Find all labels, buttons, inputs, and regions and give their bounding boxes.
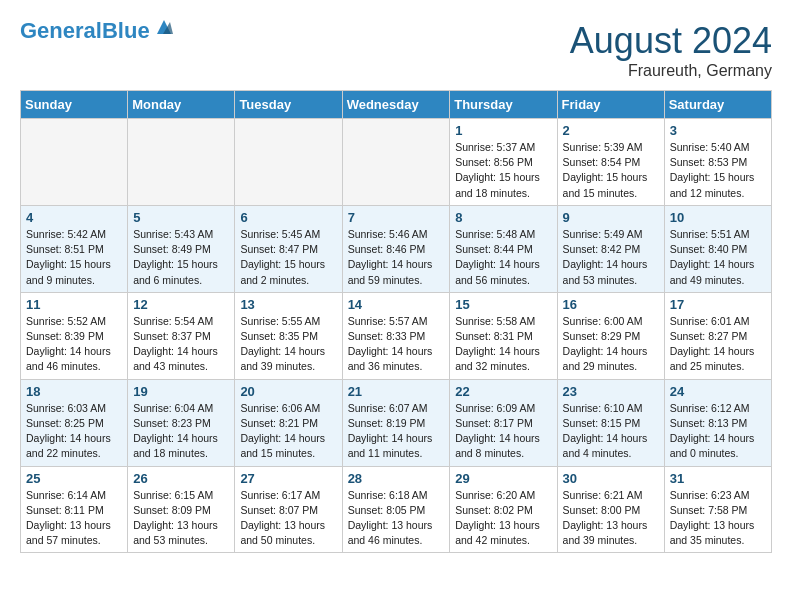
calendar-week-3: 11Sunrise: 5:52 AMSunset: 8:39 PMDayligh… — [21, 292, 772, 379]
day-info: Sunrise: 6:06 AMSunset: 8:21 PMDaylight:… — [240, 401, 336, 462]
day-info: Sunrise: 6:07 AMSunset: 8:19 PMDaylight:… — [348, 401, 445, 462]
calendar-cell — [128, 119, 235, 206]
calendar-cell: 12Sunrise: 5:54 AMSunset: 8:37 PMDayligh… — [128, 292, 235, 379]
day-number: 18 — [26, 384, 122, 399]
weekday-header-saturday: Saturday — [664, 91, 771, 119]
day-info: Sunrise: 5:57 AMSunset: 8:33 PMDaylight:… — [348, 314, 445, 375]
day-info: Sunrise: 6:14 AMSunset: 8:11 PMDaylight:… — [26, 488, 122, 549]
location: Fraureuth, Germany — [570, 62, 772, 80]
day-info: Sunrise: 5:45 AMSunset: 8:47 PMDaylight:… — [240, 227, 336, 288]
day-number: 13 — [240, 297, 336, 312]
day-info: Sunrise: 6:09 AMSunset: 8:17 PMDaylight:… — [455, 401, 551, 462]
calendar-cell: 4Sunrise: 5:42 AMSunset: 8:51 PMDaylight… — [21, 205, 128, 292]
day-number: 4 — [26, 210, 122, 225]
day-number: 7 — [348, 210, 445, 225]
calendar-cell: 3Sunrise: 5:40 AMSunset: 8:53 PMDaylight… — [664, 119, 771, 206]
weekday-header-friday: Friday — [557, 91, 664, 119]
page-header: GeneralBlue August 2024 Fraureuth, Germa… — [20, 20, 772, 80]
day-info: Sunrise: 5:58 AMSunset: 8:31 PMDaylight:… — [455, 314, 551, 375]
day-info: Sunrise: 5:49 AMSunset: 8:42 PMDaylight:… — [563, 227, 659, 288]
calendar-cell: 30Sunrise: 6:21 AMSunset: 8:00 PMDayligh… — [557, 466, 664, 553]
calendar-cell: 6Sunrise: 5:45 AMSunset: 8:47 PMDaylight… — [235, 205, 342, 292]
calendar-cell: 17Sunrise: 6:01 AMSunset: 8:27 PMDayligh… — [664, 292, 771, 379]
day-number: 23 — [563, 384, 659, 399]
calendar-cell: 28Sunrise: 6:18 AMSunset: 8:05 PMDayligh… — [342, 466, 450, 553]
calendar-cell — [21, 119, 128, 206]
calendar-cell: 10Sunrise: 5:51 AMSunset: 8:40 PMDayligh… — [664, 205, 771, 292]
title-block: August 2024 Fraureuth, Germany — [570, 20, 772, 80]
day-number: 28 — [348, 471, 445, 486]
day-info: Sunrise: 6:00 AMSunset: 8:29 PMDaylight:… — [563, 314, 659, 375]
day-info: Sunrise: 5:40 AMSunset: 8:53 PMDaylight:… — [670, 140, 766, 201]
logo: GeneralBlue — [20, 20, 175, 42]
day-info: Sunrise: 5:55 AMSunset: 8:35 PMDaylight:… — [240, 314, 336, 375]
calendar-cell: 18Sunrise: 6:03 AMSunset: 8:25 PMDayligh… — [21, 379, 128, 466]
day-number: 6 — [240, 210, 336, 225]
day-info: Sunrise: 6:12 AMSunset: 8:13 PMDaylight:… — [670, 401, 766, 462]
day-number: 19 — [133, 384, 229, 399]
calendar-cell: 11Sunrise: 5:52 AMSunset: 8:39 PMDayligh… — [21, 292, 128, 379]
day-info: Sunrise: 5:52 AMSunset: 8:39 PMDaylight:… — [26, 314, 122, 375]
calendar-cell: 24Sunrise: 6:12 AMSunset: 8:13 PMDayligh… — [664, 379, 771, 466]
weekday-header-tuesday: Tuesday — [235, 91, 342, 119]
logo-text: GeneralBlue — [20, 20, 150, 42]
day-info: Sunrise: 6:15 AMSunset: 8:09 PMDaylight:… — [133, 488, 229, 549]
day-number: 11 — [26, 297, 122, 312]
calendar-cell: 27Sunrise: 6:17 AMSunset: 8:07 PMDayligh… — [235, 466, 342, 553]
day-info: Sunrise: 5:43 AMSunset: 8:49 PMDaylight:… — [133, 227, 229, 288]
calendar-cell: 20Sunrise: 6:06 AMSunset: 8:21 PMDayligh… — [235, 379, 342, 466]
day-info: Sunrise: 6:21 AMSunset: 8:00 PMDaylight:… — [563, 488, 659, 549]
day-number: 2 — [563, 123, 659, 138]
calendar-cell: 19Sunrise: 6:04 AMSunset: 8:23 PMDayligh… — [128, 379, 235, 466]
calendar-week-4: 18Sunrise: 6:03 AMSunset: 8:25 PMDayligh… — [21, 379, 772, 466]
day-number: 29 — [455, 471, 551, 486]
day-number: 27 — [240, 471, 336, 486]
day-number: 14 — [348, 297, 445, 312]
calendar-cell: 15Sunrise: 5:58 AMSunset: 8:31 PMDayligh… — [450, 292, 557, 379]
calendar-cell: 29Sunrise: 6:20 AMSunset: 8:02 PMDayligh… — [450, 466, 557, 553]
calendar-cell — [342, 119, 450, 206]
calendar-cell: 14Sunrise: 5:57 AMSunset: 8:33 PMDayligh… — [342, 292, 450, 379]
day-info: Sunrise: 6:20 AMSunset: 8:02 PMDaylight:… — [455, 488, 551, 549]
calendar-cell: 9Sunrise: 5:49 AMSunset: 8:42 PMDaylight… — [557, 205, 664, 292]
calendar-week-1: 1Sunrise: 5:37 AMSunset: 8:56 PMDaylight… — [21, 119, 772, 206]
weekday-header-wednesday: Wednesday — [342, 91, 450, 119]
day-number: 5 — [133, 210, 229, 225]
day-number: 22 — [455, 384, 551, 399]
weekday-header-monday: Monday — [128, 91, 235, 119]
day-info: Sunrise: 6:03 AMSunset: 8:25 PMDaylight:… — [26, 401, 122, 462]
calendar-cell: 23Sunrise: 6:10 AMSunset: 8:15 PMDayligh… — [557, 379, 664, 466]
calendar-cell: 31Sunrise: 6:23 AMSunset: 7:58 PMDayligh… — [664, 466, 771, 553]
day-info: Sunrise: 5:37 AMSunset: 8:56 PMDaylight:… — [455, 140, 551, 201]
day-info: Sunrise: 6:23 AMSunset: 7:58 PMDaylight:… — [670, 488, 766, 549]
day-number: 25 — [26, 471, 122, 486]
calendar-cell: 1Sunrise: 5:37 AMSunset: 8:56 PMDaylight… — [450, 119, 557, 206]
day-number: 20 — [240, 384, 336, 399]
weekday-header-thursday: Thursday — [450, 91, 557, 119]
calendar-week-5: 25Sunrise: 6:14 AMSunset: 8:11 PMDayligh… — [21, 466, 772, 553]
day-number: 26 — [133, 471, 229, 486]
day-info: Sunrise: 6:01 AMSunset: 8:27 PMDaylight:… — [670, 314, 766, 375]
day-number: 31 — [670, 471, 766, 486]
calendar-cell: 7Sunrise: 5:46 AMSunset: 8:46 PMDaylight… — [342, 205, 450, 292]
day-number: 3 — [670, 123, 766, 138]
day-number: 12 — [133, 297, 229, 312]
day-number: 1 — [455, 123, 551, 138]
calendar-cell: 2Sunrise: 5:39 AMSunset: 8:54 PMDaylight… — [557, 119, 664, 206]
day-info: Sunrise: 5:54 AMSunset: 8:37 PMDaylight:… — [133, 314, 229, 375]
day-info: Sunrise: 5:51 AMSunset: 8:40 PMDaylight:… — [670, 227, 766, 288]
calendar-cell: 16Sunrise: 6:00 AMSunset: 8:29 PMDayligh… — [557, 292, 664, 379]
day-info: Sunrise: 5:39 AMSunset: 8:54 PMDaylight:… — [563, 140, 659, 201]
day-info: Sunrise: 6:04 AMSunset: 8:23 PMDaylight:… — [133, 401, 229, 462]
calendar-cell — [235, 119, 342, 206]
day-info: Sunrise: 6:18 AMSunset: 8:05 PMDaylight:… — [348, 488, 445, 549]
calendar-cell: 5Sunrise: 5:43 AMSunset: 8:49 PMDaylight… — [128, 205, 235, 292]
day-number: 8 — [455, 210, 551, 225]
day-number: 16 — [563, 297, 659, 312]
day-number: 30 — [563, 471, 659, 486]
day-info: Sunrise: 5:46 AMSunset: 8:46 PMDaylight:… — [348, 227, 445, 288]
logo-icon — [153, 16, 175, 38]
calendar-cell: 8Sunrise: 5:48 AMSunset: 8:44 PMDaylight… — [450, 205, 557, 292]
day-info: Sunrise: 6:10 AMSunset: 8:15 PMDaylight:… — [563, 401, 659, 462]
day-number: 17 — [670, 297, 766, 312]
